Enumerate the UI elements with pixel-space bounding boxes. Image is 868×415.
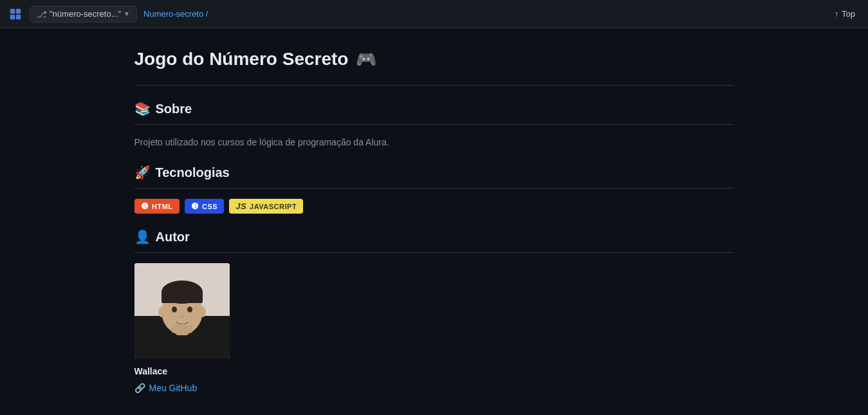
ide-icon — [8, 6, 23, 22]
svg-point-14 — [171, 324, 194, 335]
topbar-left: ⎇ "número-secreto..." ▼ Numero-secreto / — [8, 6, 829, 23]
svg-rect-2 — [16, 9, 21, 14]
page-title: Jogo do Número Secreto 🎮 — [134, 49, 734, 69]
html5-icon: ❺ — [141, 201, 149, 211]
svg-rect-8 — [162, 290, 203, 303]
svg-point-9 — [172, 307, 177, 313]
gamepad-icon: 🎮 — [356, 50, 376, 69]
tecnologias-divider — [134, 188, 734, 189]
top-label: Top — [842, 9, 855, 19]
autor-divider — [134, 252, 734, 253]
arrow-up-icon: ↑ — [835, 10, 838, 19]
github-link[interactable]: 🔗 Meu GitHub — [134, 383, 734, 393]
chevron-down-icon: ▼ — [124, 10, 130, 17]
branch-icon: ⎇ — [37, 9, 47, 19]
svg-rect-0 — [10, 9, 15, 14]
badge-js: JS JAVASCRIPT — [229, 199, 303, 214]
title-divider — [134, 85, 734, 86]
author-photo — [134, 263, 230, 358]
github-link-label: Meu GitHub — [149, 383, 198, 393]
topbar-right: ↑ Top — [829, 6, 860, 21]
topbar: ⎇ "número-secreto..." ▼ Numero-secreto /… — [0, 0, 868, 28]
tecnologias-heading-text: Tecnologias — [156, 165, 230, 180]
badge-html: ❺ HTML — [134, 199, 180, 214]
rocket-icon: 🚀 — [134, 165, 151, 180]
badge-js-label: JAVASCRIPT — [250, 203, 297, 210]
sobre-heading-text: Sobre — [156, 102, 192, 116]
badges-container: ❺ HTML ❸ CSS JS JAVASCRIPT — [134, 199, 734, 214]
person-icon: 👤 — [134, 229, 151, 244]
svg-point-11 — [180, 315, 184, 318]
branch-selector[interactable]: ⎇ "número-secreto..." ▼ — [30, 6, 137, 23]
top-button[interactable]: ↑ Top — [829, 6, 860, 21]
person-silhouette — [134, 263, 230, 358]
css3-icon: ❸ — [191, 201, 199, 211]
branch-name: "número-secreto..." — [50, 9, 121, 19]
badge-html-label: HTML — [152, 203, 173, 210]
title-text: Jogo do Número Secreto — [134, 49, 349, 69]
svg-rect-3 — [16, 15, 21, 19]
svg-point-12 — [158, 307, 165, 317]
autor-heading: 👤 Autor — [134, 229, 734, 244]
sobre-divider — [134, 124, 734, 125]
sobre-heading: 📚 Sobre — [134, 101, 734, 116]
badge-css-label: CSS — [202, 203, 217, 210]
badge-css: ❸ CSS — [185, 199, 225, 214]
tecnologias-heading: 🚀 Tecnologias — [134, 165, 734, 180]
books-icon: 📚 — [134, 101, 151, 116]
sobre-description: Projeto utilizado nos cursos de lógica d… — [134, 135, 734, 149]
js-icon: JS — [235, 201, 246, 211]
author-name: Wallace — [134, 366, 734, 376]
autor-heading-text: Autor — [156, 230, 190, 244]
breadcrumb-link[interactable]: Numero-secreto / — [143, 9, 208, 19]
main-content: Jogo do Número Secreto 🎮 📚 Sobre Projeto… — [119, 28, 750, 414]
svg-point-10 — [187, 307, 192, 313]
link-icon: 🔗 — [134, 383, 145, 393]
svg-rect-1 — [10, 15, 15, 19]
svg-point-13 — [199, 307, 206, 317]
